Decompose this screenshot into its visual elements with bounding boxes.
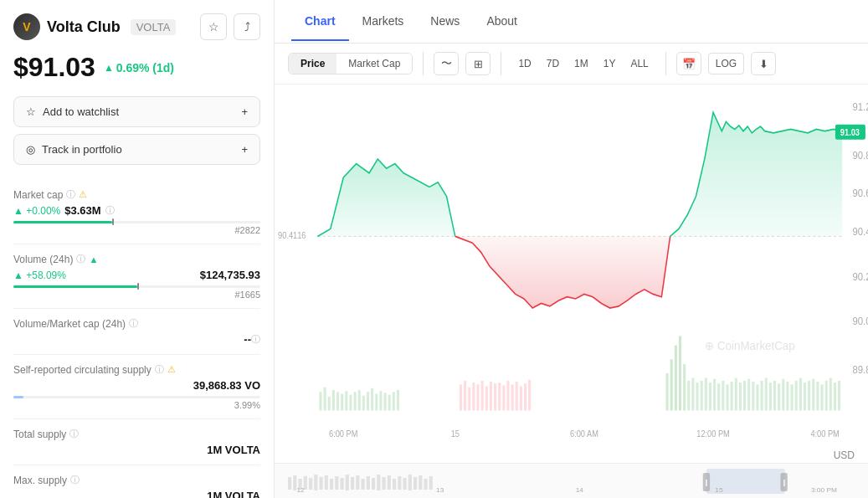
progress-fill-market-cap (13, 221, 112, 223)
toggle-price[interactable]: Price (289, 54, 336, 74)
svg-rect-57 (747, 379, 750, 411)
download-btn[interactable]: ⬇ (751, 52, 776, 75)
plus-icon: + (241, 105, 248, 118)
tab-chart[interactable]: Chart (291, 3, 349, 41)
watchlist-button[interactable]: ☆ Add to watchlist + (13, 96, 260, 127)
svg-rect-44 (691, 378, 694, 411)
svg-rect-51 (722, 381, 724, 411)
rank-market-cap: #2822 (13, 225, 260, 235)
stat-row-volume: Volume (24h) ⓘ ▲ ▲ +58.09% $124,735.93 #… (13, 244, 260, 309)
svg-rect-41 (679, 336, 681, 410)
svg-rect-22 (464, 381, 466, 411)
stat-values-volume: ▲ +58.09% $124,735.93 (13, 269, 260, 281)
info-icon-supply[interactable]: ⓘ (155, 363, 164, 376)
tab-markets[interactable]: Markets (349, 3, 418, 41)
svg-rect-33 (511, 384, 514, 410)
y-label-9120: 91.20 (853, 101, 868, 113)
stat-label-total-supply: Total supply ⓘ (13, 428, 260, 440)
svg-rect-104 (419, 475, 422, 490)
line-chart-icon-btn[interactable]: 〜 (434, 52, 459, 75)
price-row: $91.03 ▲ 0.69% (1d) (13, 52, 260, 83)
log-btn[interactable]: LOG (708, 53, 744, 74)
stat-values-total-supply: 1M VOLTA (13, 444, 260, 456)
svg-rect-43 (687, 381, 690, 411)
svg-rect-16 (379, 391, 382, 410)
svg-rect-36 (524, 383, 526, 410)
svg-rect-72 (812, 379, 814, 411)
progress-bar-volume (13, 285, 260, 288)
info-icon-vol-mcap[interactable]: ⓘ (129, 317, 138, 330)
mini-x-14: 14 (576, 486, 584, 494)
time-1d[interactable]: 1D (511, 54, 537, 74)
svg-rect-85 (319, 477, 322, 490)
separator-1 (423, 52, 424, 75)
left-panel: V Volta Club VOLTA ☆ ⤴ $91.03 ▲ 0.69% (1… (0, 0, 275, 498)
stat-main-volume: $124,735.93 (200, 269, 260, 281)
time-1m[interactable]: 1M (568, 54, 595, 74)
coin-ticker: VOLTA (131, 19, 177, 35)
portfolio-button[interactable]: ◎ Track in portfolio + (13, 134, 260, 165)
svg-rect-47 (705, 378, 707, 411)
price-value: $91.03 (13, 52, 95, 83)
time-all[interactable]: ALL (624, 54, 655, 74)
mini-x-3pm: 3:00 PM (811, 486, 837, 494)
usd-label: USD (275, 448, 868, 463)
svg-rect-56 (743, 381, 746, 411)
stat-row-market-cap: Market cap ⓘ ⚠ ▲ +0.00% $3.63M ⓘ #2822 (13, 180, 260, 244)
right-panel: Chart Markets News About Price Market Ca… (275, 0, 868, 498)
progress-fill-volume (13, 285, 137, 288)
svg-rect-52 (726, 384, 728, 410)
info-icon-market-cap-2[interactable]: ⓘ (105, 204, 115, 217)
tab-about[interactable]: About (473, 3, 531, 41)
svg-rect-35 (520, 387, 522, 411)
action-buttons: ☆ Add to watchlist + ◎ Track in portfoli… (13, 96, 260, 165)
share-button[interactable]: ⤴ (234, 13, 260, 40)
star-button[interactable]: ☆ (200, 13, 227, 40)
svg-rect-97 (382, 477, 385, 490)
time-1y[interactable]: 1Y (597, 54, 623, 74)
tab-news[interactable]: News (417, 3, 473, 41)
info-icon-max-supply[interactable]: ⓘ (70, 474, 80, 486)
x-label-15: 15 (451, 429, 460, 438)
calendar-icon-btn[interactable]: 📅 (676, 52, 701, 75)
y-label-9060: 90.60 (853, 187, 868, 198)
stat-change-volume: ▲ +58.09% (13, 270, 66, 281)
svg-rect-46 (701, 381, 703, 411)
info-icon-vol-mcap-2[interactable]: ⓘ (251, 333, 260, 346)
candle-chart-icon-btn[interactable]: ⊞ (465, 52, 490, 75)
svg-rect-62 (769, 382, 772, 410)
svg-rect-58 (752, 382, 754, 410)
y-label-9040: 90.40 (853, 226, 868, 238)
separator-3 (665, 52, 666, 75)
svg-rect-10 (354, 392, 357, 410)
svg-rect-8 (345, 391, 347, 410)
info-icon-volume[interactable]: ⓘ (76, 253, 85, 265)
progress-bar-market-cap (13, 221, 260, 223)
svg-rect-26 (481, 381, 484, 411)
svg-rect-93 (361, 479, 364, 490)
mini-x-12: 12 (296, 486, 305, 494)
stat-label-max-supply: Max. supply ⓘ (13, 474, 260, 486)
svg-rect-83 (309, 478, 312, 490)
info-icon-total-supply[interactable]: ⓘ (69, 428, 79, 440)
warn-icon-supply: ⚠ (167, 364, 176, 375)
stat-row-supply: Self-reported circulating supply ⓘ ⚠ 39,… (13, 355, 260, 419)
svg-rect-34 (516, 382, 518, 410)
coin-logo: V (13, 13, 40, 40)
bottom-nav: 12 13 14 15 3:00 PM ‖ ‖ (275, 463, 868, 498)
time-7d[interactable]: 7D (540, 54, 566, 74)
stat-label-vol-mcap: Volume/Market cap (24h) ⓘ (13, 317, 260, 330)
watermark: ⊕ CoinMarketCap (705, 339, 795, 353)
svg-rect-25 (476, 384, 479, 410)
toggle-market-cap[interactable]: Market Cap (336, 54, 412, 74)
coin-name: Volta Club (47, 18, 121, 36)
stat-main-max-supply: 1M VOLTA (207, 490, 260, 498)
svg-rect-7 (341, 393, 343, 410)
svg-rect-105 (424, 479, 427, 490)
svg-rect-60 (761, 381, 763, 411)
svg-rect-6 (336, 392, 339, 410)
time-period-buttons: 1D 7D 1M 1Y ALL (511, 54, 655, 74)
mini-x-13: 13 (436, 486, 444, 494)
svg-rect-39 (670, 359, 673, 410)
info-icon-market-cap[interactable]: ⓘ (66, 188, 75, 201)
